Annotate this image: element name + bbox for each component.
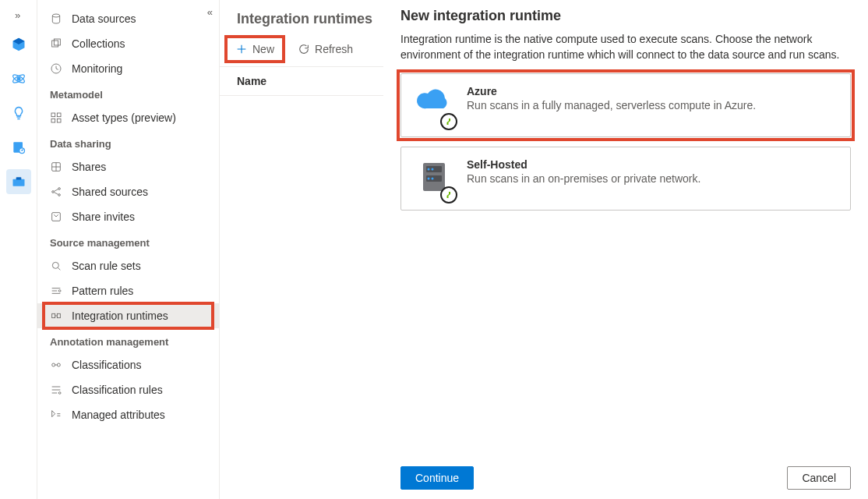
integration-runtimes-icon xyxy=(50,310,62,322)
option-title: Self-Hosted xyxy=(467,158,700,171)
share-invites-icon xyxy=(50,211,62,223)
rail-insights-icon[interactable] xyxy=(6,101,31,126)
option-azure[interactable]: Azure Run scans in a fully managed, serv… xyxy=(400,73,851,137)
sidebar-item-label: Asset types (preview) xyxy=(72,111,176,124)
sidebar-item-label: Managed attributes xyxy=(72,409,165,421)
sidebar-item-asset-types[interactable]: Asset types (preview) xyxy=(37,105,219,130)
sidebar-item-label: Classification rules xyxy=(72,384,163,396)
mid-toolbar: New Refresh xyxy=(220,35,383,66)
svg-point-17 xyxy=(58,188,61,190)
shares-icon xyxy=(50,161,62,173)
rail-management-icon[interactable] xyxy=(6,169,31,194)
svg-rect-6 xyxy=(16,177,21,179)
sidebar-item-label: Shares xyxy=(72,161,106,173)
sidebar-item-label: Monitoring xyxy=(72,62,122,75)
sidebar-item-collections[interactable]: Collections xyxy=(37,31,219,56)
sidebar-item-shared-sources[interactable]: Shared sources xyxy=(37,179,219,204)
new-button-label: New xyxy=(252,43,274,55)
sidebar-item-classifications[interactable]: Classifications xyxy=(37,352,219,377)
sidebar-item-pattern-rules[interactable]: Pattern rules xyxy=(37,278,219,303)
svg-rect-11 xyxy=(51,113,55,117)
svg-point-24 xyxy=(52,363,55,366)
new-button[interactable]: New xyxy=(228,40,282,58)
rail-scan-icon[interactable] xyxy=(6,66,31,91)
svg-rect-22 xyxy=(52,313,55,317)
sidebar-group-data-sharing: Data sharing xyxy=(37,130,219,154)
refresh-button-label: Refresh xyxy=(315,43,353,55)
sidebar-item-label: Scan rule sets xyxy=(72,260,141,272)
svg-rect-14 xyxy=(57,119,61,122)
certificate-icon xyxy=(11,140,26,155)
toolbox-icon xyxy=(11,174,26,189)
classifications-icon xyxy=(50,359,62,371)
plus-icon xyxy=(235,43,248,55)
svg-rect-8 xyxy=(52,41,58,47)
sidebar-item-label: Pattern rules xyxy=(72,285,133,297)
sidebar-item-label: Share invites xyxy=(72,211,135,223)
icon-rail: « xyxy=(0,0,37,499)
refresh-button[interactable]: Refresh xyxy=(290,40,361,58)
option-self-hosted[interactable]: Self-Hosted Run scans in an on-premises … xyxy=(400,147,851,211)
continue-button[interactable]: Continue xyxy=(400,466,474,490)
sidebar-item-classification-rules[interactable]: Classification rules xyxy=(37,377,219,402)
data-sources-icon xyxy=(50,12,62,25)
sidebar-item-label: Collections xyxy=(72,37,125,50)
svg-rect-23 xyxy=(57,313,60,317)
svg-rect-9 xyxy=(54,39,60,45)
svg-point-18 xyxy=(58,194,61,196)
atom-icon xyxy=(11,71,26,87)
expand-rail-button[interactable]: « xyxy=(12,6,25,27)
sidebar-group-source-management: Source management xyxy=(37,229,219,253)
shared-sources-icon xyxy=(50,186,62,198)
cloud-icon xyxy=(415,85,453,126)
panel-description: Integration runtime is the native comput… xyxy=(400,32,851,62)
svg-point-21 xyxy=(58,290,61,292)
svg-point-16 xyxy=(52,191,55,193)
sidebar-group-metamodel: Metamodel xyxy=(37,81,219,105)
svg-rect-12 xyxy=(57,113,61,117)
sidebar-item-shares[interactable]: Shares xyxy=(37,154,219,179)
runtime-badge-icon xyxy=(440,113,457,130)
rail-catalog-icon[interactable] xyxy=(6,32,31,57)
pattern-rules-icon xyxy=(50,285,62,297)
scan-rule-sets-icon xyxy=(50,260,62,272)
managed-attributes-icon xyxy=(50,409,62,421)
sidebar-item-scan-rule-sets[interactable]: Scan rule sets xyxy=(37,253,219,278)
sidebar-group-annotation-management: Annotation management xyxy=(37,328,219,352)
sidebar-item-integration-runtimes[interactable]: Integration runtimes xyxy=(37,303,219,328)
svg-point-26 xyxy=(58,392,61,395)
sidebar-item-label: Classifications xyxy=(72,359,141,371)
svg-point-29 xyxy=(428,168,430,171)
svg-point-7 xyxy=(52,14,59,17)
sidebar-item-data-sources[interactable]: Data sources xyxy=(37,6,219,31)
bulb-icon xyxy=(11,105,26,121)
svg-point-33 xyxy=(432,178,434,180)
svg-rect-13 xyxy=(51,119,55,122)
option-title: Azure xyxy=(467,85,756,97)
cancel-button[interactable]: Cancel xyxy=(787,466,851,490)
monitoring-icon xyxy=(50,62,62,75)
option-desc: Run scans in an on-premises or private n… xyxy=(467,172,700,185)
mid-title: Integration runtimes xyxy=(220,8,383,35)
sidebar-item-share-invites[interactable]: Share invites xyxy=(37,204,219,229)
sidebar-item-managed-attributes[interactable]: Managed attributes xyxy=(37,402,219,427)
classification-rules-icon xyxy=(50,384,62,396)
panel-footer: Continue Cancel xyxy=(400,455,851,499)
column-header-name[interactable]: Name xyxy=(220,66,383,96)
asset-types-icon xyxy=(50,111,62,124)
svg-point-32 xyxy=(428,178,430,180)
rail-policy-icon[interactable] xyxy=(6,135,31,160)
svg-point-30 xyxy=(432,168,434,171)
svg-rect-5 xyxy=(12,179,24,186)
middle-column: Integration runtimes New Refresh Name xyxy=(220,0,383,499)
svg-point-20 xyxy=(52,262,58,268)
server-icon xyxy=(415,158,453,199)
runtime-badge-icon xyxy=(440,186,457,203)
sidebar-item-label: Data sources xyxy=(72,12,136,25)
collapse-sidebar-button[interactable]: « xyxy=(207,6,211,18)
cube-icon xyxy=(11,37,26,52)
refresh-icon xyxy=(298,43,310,55)
sidebar: « Data sources Collections Monitoring Me… xyxy=(37,0,220,499)
svg-point-0 xyxy=(16,77,20,81)
sidebar-item-monitoring[interactable]: Monitoring xyxy=(37,56,219,81)
